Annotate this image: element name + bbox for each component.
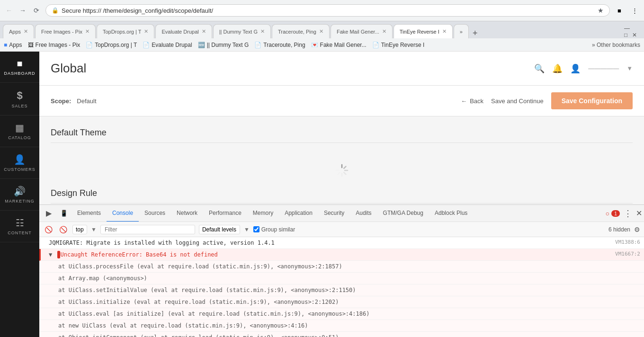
tab-topdrops[interactable]: TopDrops.org | T ✕ — [97, 24, 155, 38]
console-line-detail-7: at Object.initComponent (eval at require… — [39, 332, 644, 337]
group-similar-label[interactable]: Group similar — [253, 226, 295, 233]
apps-favicon: ■ — [4, 42, 7, 48]
console-clear-icon[interactable]: 🚫 — [43, 224, 54, 235]
header-actions: 🔍 🔔 👤 ――――― ▼ — [534, 63, 633, 74]
devtools-tab-gtm[interactable]: GTM/GA Debug — [377, 205, 429, 222]
bookmark-tineye[interactable]: 📄 TinEye Reverse I — [372, 42, 425, 48]
bookmark-fake-mail[interactable]: 💌 Fake Mail Gener... — [311, 42, 367, 48]
console-line-detail-4: at UiClass.initialize (eval at require.l… — [39, 296, 644, 308]
console-filter-icon[interactable]: 🚫 — [58, 224, 69, 235]
console-line-detail-1: at UiClass.processFile (eval at require.… — [39, 261, 644, 273]
tab-close-fake-mail[interactable]: ✕ — [382, 28, 386, 35]
tab-close-topdrops[interactable]: ✕ — [144, 28, 148, 35]
loading-spinner — [51, 152, 633, 188]
nav-buttons: ← → ⟳ — [3, 4, 43, 17]
save-configuration-button[interactable]: Save Configuration — [551, 92, 633, 109]
bookmark-topdrops[interactable]: 📄 TopDrops.org | T — [86, 42, 137, 48]
sidebar-item-catalog[interactable]: ▦ CATALOG — [0, 115, 39, 147]
tabs-bar: Apps ✕ Free Images - Pix ✕ TopDrops.org … — [0, 21, 644, 38]
chrome-menu-icon[interactable]: ⋮ — [628, 4, 641, 17]
toolbar-icons: ■ ⋮ — [613, 4, 641, 17]
tab-free-images[interactable]: Free Images - Pix ✕ — [35, 24, 96, 38]
devtools-tab-console[interactable]: Console — [107, 205, 139, 222]
line-number-error: VM1667:2 — [615, 250, 640, 258]
tab-close-traceroute[interactable]: ✕ — [319, 28, 323, 35]
levels-select[interactable]: Default levels — [199, 225, 240, 234]
section-title-default-theme: Default Theme — [51, 128, 633, 143]
devtools-tab-performance[interactable]: Performance — [203, 205, 247, 222]
user-icon[interactable]: 👤 — [570, 63, 581, 74]
devtools-close-button[interactable]: ✕ — [636, 209, 642, 218]
devtools-inspect-icon[interactable]: ▶ — [41, 206, 56, 221]
devtools-right-controls: ○ 1 ⋮ ✕ — [605, 208, 642, 219]
save-continue-button[interactable]: Save and Continue — [491, 98, 544, 105]
tab-close-evaluate[interactable]: ✕ — [202, 28, 206, 35]
dropdown-arrow-icon: ▼ — [91, 226, 97, 233]
tab-close-apps[interactable]: ✕ — [24, 28, 28, 35]
devtools-tab-memory[interactable]: Memory — [247, 205, 279, 222]
sidebar-item-content[interactable]: ☷ CONTENT — [0, 211, 39, 242]
tab-traceroute[interactable]: Traceroute, Ping ✕ — [272, 24, 330, 38]
content-icon: ☷ — [16, 217, 24, 229]
svg-line-7 — [338, 167, 340, 168]
search-icon[interactable]: 🔍 — [534, 63, 545, 74]
back-nav-button[interactable]: ← — [3, 4, 15, 17]
console-filter-input[interactable] — [100, 225, 195, 234]
error-badge-container: ○ 1 — [605, 210, 620, 217]
bookmark-apps[interactable]: ■ Apps — [4, 42, 22, 48]
user-menu-icon[interactable]: ▼ — [626, 65, 633, 72]
new-tab-button[interactable]: + — [470, 28, 481, 38]
tab-dummy-text[interactable]: || Dummy Text G ✕ — [213, 24, 271, 38]
sidebar-item-customers[interactable]: 👤 CUSTOMERS — [0, 147, 39, 179]
main-content: Global 🔍 🔔 👤 ――――― ▼ Scope: Default ← Ba… — [39, 52, 644, 337]
expand-error-icon[interactable]: ▼ — [49, 251, 52, 258]
console-line-jqmigrate: VM1388:6 JQMIGRATE: Migrate is installed… — [39, 237, 644, 249]
console-line-error-main: VM1667:2 ▼ Uncaught ReferenceError: Base… — [39, 249, 644, 261]
devtools-tabs: ▶ 📱 Elements Console Sources Network Per… — [39, 205, 644, 222]
tab-other[interactable]: » — [454, 24, 469, 38]
sidebar-item-dashboard[interactable]: ■ DASHBOARD — [0, 52, 39, 83]
bookmark-traceroute[interactable]: 📄 Traceroute, Ping — [254, 42, 305, 48]
tab-close-dummy[interactable]: ✕ — [260, 28, 265, 35]
line-number-jqmigrate: VM1388:6 — [615, 239, 640, 247]
group-similar-checkbox[interactable] — [253, 226, 259, 232]
devtools-tab-security[interactable]: Security — [318, 205, 350, 222]
bookmark-star-icon[interactable]: ★ — [598, 7, 604, 14]
devtools-tab-audits[interactable]: Audits — [350, 205, 377, 222]
devtools-tab-application[interactable]: Application — [279, 205, 318, 222]
extensions-icon[interactable]: ■ — [613, 4, 626, 17]
devtools-tab-sources[interactable]: Sources — [139, 205, 171, 222]
address-bar[interactable]: 🔒 Secure https:// /theme/design_config/e… — [45, 4, 610, 17]
tab-apps[interactable]: Apps ✕ — [3, 24, 34, 38]
notifications-icon[interactable]: 🔔 — [552, 63, 563, 74]
tab-close-tineye[interactable]: ✕ — [442, 28, 447, 35]
devtools-settings-icon[interactable]: ⚙ — [634, 226, 640, 233]
sidebar-item-marketing[interactable]: 🔊 MARKETING — [0, 179, 39, 211]
refresh-button[interactable]: ⟳ — [30, 4, 43, 17]
bookmark-dummy-text[interactable]: 🆕 || Dummy Text G — [198, 42, 249, 48]
console-line-detail-3: at UiClass.setInitialValue (eval at requ… — [39, 284, 644, 296]
scope-bar: Scope: Default ← Back Save and Continue … — [39, 86, 644, 116]
tab-close-free-images[interactable]: ✕ — [85, 28, 89, 35]
top-frame-select[interactable]: top — [72, 225, 87, 234]
sidebar-item-sales[interactable]: $ SALES — [0, 83, 39, 115]
tab-tineye[interactable]: TinEye Reverse I ✕ — [394, 24, 453, 38]
svg-line-3 — [344, 172, 346, 174]
tab-evaluate-drupal[interactable]: Evaluate Drupal ✕ — [155, 24, 212, 38]
devtools-device-icon[interactable]: 📱 — [56, 206, 72, 221]
devtools-tab-adblock[interactable]: Adblock Plus — [429, 205, 473, 222]
tab-fake-mail[interactable]: Fake Mail Gener... ✕ — [331, 24, 393, 38]
devtools-more-icon[interactable]: ⋮ — [624, 208, 632, 219]
forward-nav-button[interactable]: → — [17, 4, 29, 17]
bookmark-free-images[interactable]: 🖼 Free Images - Pix — [28, 42, 80, 48]
back-button[interactable]: ← Back — [461, 98, 483, 105]
bookmark-evaluate-drupal[interactable]: 📄 Evaluate Drupal — [143, 42, 192, 48]
scope-actions: ← Back Save and Continue Save Configurat… — [461, 92, 633, 109]
more-bookmarks[interactable]: » Other bookmarks — [592, 42, 640, 48]
devtools-tab-network[interactable]: Network — [171, 205, 203, 222]
sidebar: ■ DASHBOARD $ SALES ▦ CATALOG 👤 CUSTOMER… — [0, 52, 39, 337]
devtools-tab-elements[interactable]: Elements — [72, 205, 107, 222]
catalog-icon: ▦ — [15, 122, 24, 133]
page-title: Global — [51, 61, 86, 76]
url-text: Secure https:// /theme/design_config/edi… — [62, 7, 595, 14]
